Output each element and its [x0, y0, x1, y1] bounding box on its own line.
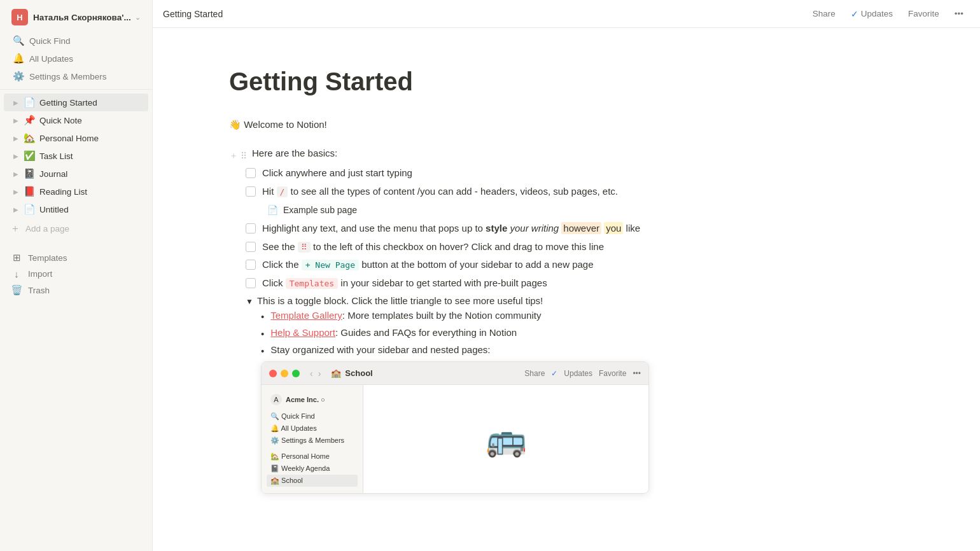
topbar: Getting Started Share ✓ Updates Favorite… [153, 0, 980, 28]
sidebar-page-untitled[interactable]: ▶ 📄 Untitled [4, 200, 148, 218]
school-page-icon: 🏫 [331, 368, 341, 378]
page-label-personal-home: Personal Home [39, 134, 142, 143]
page-label-task-list: Task List [39, 151, 142, 161]
mock-workspace-name: Acme Inc. ○ [286, 396, 325, 403]
checklist-text-1: Click anywhere and just start typing [262, 166, 412, 181]
minimize-dot [281, 370, 288, 377]
mock-updates: Updates [564, 369, 592, 378]
mock-settings: ⚙️ Settings & Members [267, 435, 358, 447]
close-dot [269, 370, 277, 377]
help-support-link[interactable]: Help & Support [270, 327, 335, 338]
bullet-item-1: • Template Gallery: More templates built… [261, 310, 916, 322]
sidebar-item-all-updates[interactable]: 🔔 All Updates [4, 50, 148, 67]
page-label-untitled: Untitled [39, 205, 142, 214]
import-icon: ↓ [10, 269, 23, 279]
mock-page-name: 🏫 School [331, 368, 524, 378]
checkbox-1[interactable] [246, 168, 256, 178]
highlight-yellow: you [604, 222, 623, 234]
sidebar-item-trash[interactable]: 🗑️ Trash [4, 282, 148, 298]
mock-weekly-agenda: 📓 Weekly Agenda [267, 463, 358, 475]
basics-header-row: ＋ ⠿ Here are the basics: [229, 148, 916, 164]
page-icon-quick-note: 📌 [23, 114, 36, 127]
italic-demo2: writing [531, 223, 559, 234]
bullet-icon: • [261, 328, 264, 339]
mock-workspace-icon: A [270, 394, 282, 405]
updates-button[interactable]: ✓ Updates [844, 6, 899, 22]
checkbox-4[interactable] [246, 242, 256, 252]
checkbox-6[interactable] [246, 278, 256, 288]
toggle-text: This is a toggle block. Click the little… [257, 295, 543, 306]
workspace-name: Наталья Скорнякова'... [33, 13, 135, 22]
share-button[interactable]: Share [806, 6, 842, 21]
template-gallery-link[interactable]: Template Gallery [270, 310, 342, 321]
import-label: Import [28, 269, 52, 279]
checklist-text-6: Click Templates in your sidebar to get s… [262, 276, 547, 291]
bullet-text-3: Stay organized with your sidebar and nes… [270, 344, 490, 355]
sidebar-item-import[interactable]: ↓ Import [4, 266, 148, 282]
bullet-text-1: Template Gallery: More templates built b… [270, 310, 541, 321]
page-content: Getting Started 👋 Welcome to Notion! ＋ ⠿… [153, 28, 980, 551]
back-arrow-icon: ‹ [310, 368, 313, 379]
page-icon-getting-started: 📄 [23, 96, 36, 109]
page-arrow-icon: ▶ [10, 97, 22, 108]
favorite-button[interactable]: Favorite [902, 6, 946, 21]
sidebar-item-quick-find[interactable]: 🔍 Quick Find [4, 32, 148, 50]
sidebar-page-journal[interactable]: ▶ 📓 Journal [4, 165, 148, 183]
mock-share: Share [524, 369, 545, 378]
sidebar-page-personal-home[interactable]: ▶ 🏡 Personal Home [4, 129, 148, 147]
more-button[interactable]: ••• [948, 6, 970, 21]
templates-code: Templates [286, 278, 338, 289]
checkbox-5[interactable] [246, 260, 256, 270]
templates-label: Templates [28, 253, 67, 263]
add-page-button[interactable]: ＋ Add a page [4, 220, 148, 238]
sidebar-page-quick-note[interactable]: ▶ 📌 Quick Note [4, 111, 148, 129]
toggle-arrow-icon: ▼ [246, 297, 253, 306]
block-drag-icon[interactable]: ⠿ [241, 151, 247, 161]
sidebar-item-templates[interactable]: ⊞ Templates [4, 249, 148, 266]
sidebar-page-reading-list[interactable]: ▶ 📕 Reading List [4, 183, 148, 200]
mock-updates-check: ✓ [551, 369, 557, 378]
sidebar-item-settings[interactable]: ⚙️ Settings & Members [4, 67, 148, 85]
page-arrow-icon: ▶ [10, 115, 22, 126]
page-icon-journal: 📓 [23, 167, 36, 180]
add-page-label: Add a page [25, 224, 69, 234]
checkbox-2[interactable] [246, 186, 256, 197]
mock-quick-find: 🔍 Quick Find [267, 410, 358, 422]
basics-header: Here are the basics: [252, 148, 337, 158]
mock-favorite: Favorite [599, 369, 626, 378]
all-updates-label: All Updates [29, 54, 73, 64]
page-label-quick-note: Quick Note [39, 116, 142, 125]
workspace-header[interactable]: Н Наталья Скорнякова'... ⌄ [4, 5, 148, 29]
screenshot-mockup: ‹ › 🏫 School Share ✓ Updates [261, 361, 649, 494]
subpage-link[interactable]: 📄 Example sub page [262, 202, 916, 218]
bullet-item-3: • Stay organized with your sidebar and n… [261, 344, 916, 356]
settings-label: Settings & Members [29, 72, 107, 81]
bullet-text-2: Help & Support: Guides and FAQs for ever… [270, 327, 517, 338]
page-label-getting-started: Getting Started [39, 98, 142, 108]
bell-icon: 🔔 [13, 53, 24, 64]
quick-find-label: Quick Find [29, 36, 71, 46]
sidebar-page-task-list[interactable]: ▶ ✅ Task List [4, 147, 148, 165]
mock-sidebar: A Acme Inc. ○ 🔍 Quick Find 🔔 All Updates… [262, 385, 363, 493]
page-arrow-icon: ▶ [10, 150, 22, 162]
gear-icon: ⚙️ [13, 71, 24, 82]
mock-all-updates: 🔔 All Updates [267, 422, 358, 435]
topbar-page-title: Getting Started [163, 9, 806, 19]
checklist-item-1: Click anywhere and just start typing [246, 166, 916, 181]
checkbox-3[interactable] [246, 223, 256, 234]
toggle-block: ▼ This is a toggle block. Click the litt… [246, 295, 916, 494]
page-label-journal: Journal [39, 169, 142, 179]
page-arrow-icon: ▶ [10, 204, 22, 215]
block-add-icon[interactable]: ＋ [229, 150, 238, 162]
templates-icon: ⊞ [10, 252, 23, 263]
workspace-chevron-icon: ⌄ [135, 13, 141, 22]
toggle-header[interactable]: ▼ This is a toggle block. Click the litt… [246, 295, 916, 306]
checklist-text-4: See the ⠿ to the left of this checkbox o… [262, 240, 604, 255]
page-arrow-icon: ▶ [10, 132, 22, 144]
bullet-icon: • [261, 311, 264, 322]
sidebar-page-getting-started[interactable]: ▶ 📄 Getting Started [4, 94, 148, 111]
search-icon: 🔍 [13, 35, 24, 46]
topbar-actions: Share ✓ Updates Favorite ••• [806, 6, 970, 22]
sidebar-bottom: ⊞ Templates ↓ Import 🗑️ Trash [0, 249, 152, 298]
checklist-item-2: Hit / to see all the types of content /y… [246, 185, 916, 199]
